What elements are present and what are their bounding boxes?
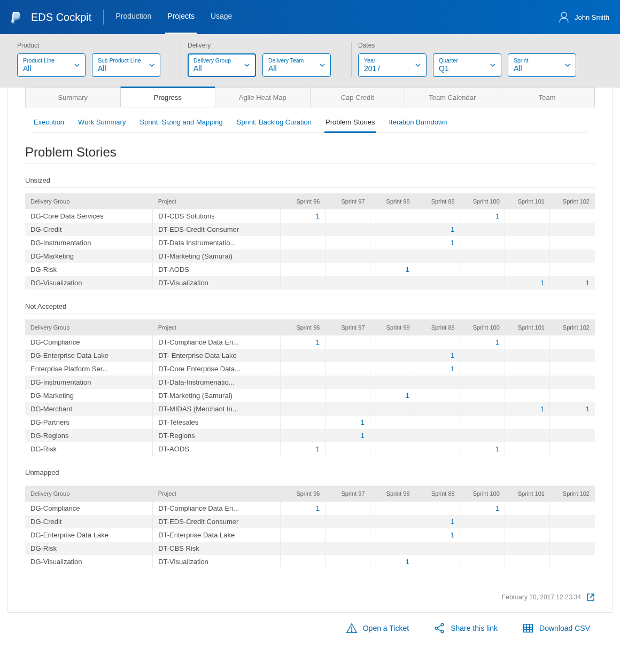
dropdown-product-line[interactable]: Product LineAll [17,53,86,77]
dropdown-label: Quarter [439,57,495,64]
subtab-iteration-burndown[interactable]: Iteration Burndown [387,116,448,132]
cell-value: 1 [280,502,325,515]
tab-cap-credit[interactable]: Cap Credit [310,88,405,107]
dropdown-label: Year [364,57,421,64]
cell-value [460,528,505,542]
value-link[interactable]: 1 [451,518,454,526]
cell-value [505,515,550,528]
value-link[interactable]: 1 [586,405,590,413]
share-icon [433,622,445,634]
cell-value [370,362,415,376]
tab-team[interactable]: Team [500,88,595,107]
value-link[interactable]: 1 [406,558,409,566]
table-row: Enterprise Platform Ser...DT-Core Enterp… [25,362,595,376]
cell-value [550,349,595,362]
cell-delivery-group: Enterprise Platform Ser... [25,362,153,376]
value-link[interactable]: 1 [451,225,454,233]
dropdown-quarter[interactable]: QuarterQ1 [433,53,501,77]
nav-item-projects[interactable]: Projects [167,12,195,22]
cell-value [550,515,595,528]
value-link[interactable]: 1 [451,531,454,539]
dropdown-delivery-team[interactable]: Delivery TeamAll [262,53,331,77]
value-link[interactable]: 1 [316,212,320,220]
dropdown-sub-product-line[interactable]: Sub Product LineAll [92,53,160,77]
cell-project: DT-CBS Risk [153,542,281,555]
tab-team-calendar[interactable]: Team Calendar [405,88,500,107]
value-link[interactable]: 1 [495,445,499,453]
cell-value [415,429,460,442]
cell-value [370,402,415,416]
user-area[interactable]: John Smith [559,11,609,23]
cell-value [370,249,415,263]
col-header: Sprint 98 [370,486,415,502]
value-link[interactable]: 1 [406,392,409,400]
download-csv-button[interactable]: Download CSV [522,622,590,634]
value-link[interactable]: 1 [451,239,454,247]
table-row: DG-InstrumentationDT-Data Instrumentatio… [25,236,595,249]
table-row: DG-RiskDT-AODS11 [25,442,595,456]
subtab-execution[interactable]: Execution [33,116,65,132]
col-header: Sprint 96 [280,319,325,335]
value-link[interactable]: 1 [495,338,499,346]
chevron-down-icon [149,64,154,67]
external-link-icon[interactable] [586,593,595,601]
value-link[interactable]: 1 [451,365,454,373]
filter-group-product: ProductProduct LineAllSub Product LineAl… [17,42,160,77]
footer-actions: Open a Ticket Share this link Download C… [0,613,620,650]
cell-value [325,442,370,456]
nav-item-usage[interactable]: Usage [211,12,232,22]
cell-delivery-group: DG-Visualization [25,555,153,568]
tab-summary[interactable]: Summary [25,88,120,107]
value-link[interactable]: 1 [316,338,320,346]
subtab-sprint-backlog-curation[interactable]: Sprint: Backlog Curation [236,116,313,132]
cell-value [280,416,325,429]
subtab-sprint-sizing-and-mapping[interactable]: Sprint: Sizing and Mapping [138,116,223,132]
dropdown-value: All [514,64,522,73]
cell-delivery-group: DG-Risk [25,263,153,276]
value-link[interactable]: 1 [540,279,544,287]
cell-value [460,515,505,528]
dropdown-sprint[interactable]: SprintAll [508,53,576,77]
value-link[interactable]: 1 [406,265,409,274]
svg-point-0 [561,12,567,18]
value-link[interactable]: 1 [361,418,365,426]
cell-value [280,515,325,528]
cell-value [325,249,370,263]
subtab-problem-stories[interactable]: Problem Stories [324,116,376,133]
dropdown-label: Sprint [514,57,570,64]
dropdown-delivery-group[interactable]: Delivery GroupAll [188,53,256,77]
share-link-button[interactable]: Share this link [433,622,498,634]
open-ticket-button[interactable]: Open a Ticket [346,622,409,634]
col-header: Sprint 88 [415,319,460,335]
value-link[interactable]: 1 [316,504,320,512]
cell-delivery-group: DG-Instrumentation [25,376,153,389]
value-link[interactable]: 1 [540,405,544,413]
table-row: DG-Enterprise Data LakeDT- Enterprise Da… [25,349,595,362]
subtab-work-summary[interactable]: Work Summary [77,116,127,132]
value-link[interactable]: 1 [586,279,590,287]
cell-value [505,335,550,349]
cell-value [550,236,595,249]
value-link[interactable]: 1 [316,445,320,453]
cell-value [370,376,415,389]
timestamp-row: February 20, 2017 12:23:34 [8,593,612,612]
value-link[interactable]: 1 [451,351,454,360]
value-link[interactable]: 1 [495,504,499,512]
download-csv-label: Download CSV [539,624,590,632]
tab-agile-heat-map[interactable]: Agile Heat Map [215,88,310,107]
cell-value [370,416,415,429]
nav-item-production[interactable]: Production [115,12,151,22]
cell-value [325,263,370,276]
cell-delivery-group: DG-Compliance [25,335,153,349]
svg-point-2 [351,631,352,631]
value-link[interactable]: 1 [495,212,499,220]
filter-bar: ProductProduct LineAllSub Product LineAl… [0,34,620,88]
cell-value [325,362,370,376]
dropdown-year[interactable]: Year2017 [358,53,427,77]
value-link[interactable]: 1 [361,432,365,440]
cell-value [415,416,460,429]
cell-value: 1 [325,429,370,442]
dropdown-label: Delivery Group [193,57,250,64]
tab-progress[interactable]: Progress [120,87,215,107]
cell-value [505,223,550,236]
